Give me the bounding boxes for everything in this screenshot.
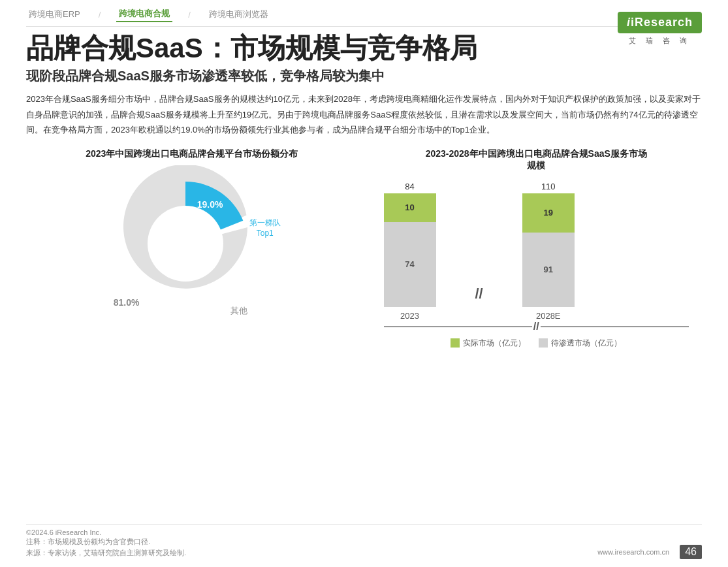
chart-left: 2023年中国跨境出口电商品牌合规平台市场份额分布 bbox=[26, 148, 358, 322]
logo-box: iiResearch bbox=[618, 12, 702, 33]
legend-row: 实际市场（亿元） 待渗透市场（亿元） bbox=[384, 338, 689, 349]
bar-stack-2028: 19 91 bbox=[522, 193, 575, 307]
legend-label-green: 实际市场（亿元） bbox=[463, 338, 526, 349]
nav-separator-1: / bbox=[99, 10, 101, 20]
chart-right-title: 2023-2028年中国跨境出口电商品牌合规SaaS服务市场 规模 bbox=[371, 148, 703, 172]
bars-row: 84 10 74 2023 bbox=[384, 177, 689, 321]
bar-total-2023: 84 bbox=[405, 182, 414, 191]
x-axis-right bbox=[541, 326, 689, 327]
legend-item-gray: 待渗透市场（亿元） bbox=[539, 338, 622, 349]
pie-label-19pct: 19.0% bbox=[197, 199, 223, 210]
footer-url: www.iresearch.com.cn bbox=[597, 548, 669, 556]
page-number: 46 bbox=[680, 545, 702, 559]
footer-note1: 注释：市场规模及份额均为含官费口径. bbox=[26, 536, 186, 548]
logo-sub: 艾 瑞 咨 询 bbox=[629, 36, 691, 46]
logo-text: iResearch bbox=[631, 16, 693, 29]
body-text: 2023年合规SaaS服务细分市场中，品牌合规SaaS服务的规模达约10亿元，未… bbox=[26, 91, 702, 137]
legend-label-gray: 待渗透市场（亿元） bbox=[551, 338, 622, 349]
pie-label-top1: 第一梯队 Top1 bbox=[249, 218, 281, 238]
bar-total-2028: 110 bbox=[541, 182, 556, 191]
pie-donut-hole bbox=[148, 206, 223, 282]
x-axis-container: // bbox=[384, 321, 689, 332]
top-nav: 跨境电商ERP / 跨境电商合规 / 跨境电商浏览器 bbox=[26, 0, 702, 27]
pie-label-other: 其他 bbox=[230, 305, 247, 317]
chart-right-title-line1: 2023-2028年中国跨境出口电商品牌合规SaaS服务市场 bbox=[371, 148, 703, 160]
bar-green-2023: 10 bbox=[384, 193, 436, 222]
bar-col-2023: 84 10 74 2023 bbox=[384, 182, 436, 321]
top1-line2: Top1 bbox=[249, 229, 281, 238]
bar-xlabel-2023: 2023 bbox=[400, 311, 419, 321]
top1-line1: 第一梯队 bbox=[249, 218, 281, 229]
axis-break-symbol: // bbox=[475, 285, 483, 302]
pie-label-81pct: 81.0% bbox=[114, 297, 140, 308]
pie-container: 19.0% 第一梯队 Top1 81.0% 其他 bbox=[101, 165, 283, 322]
bar-chart-area: 84 10 74 2023 bbox=[371, 177, 703, 349]
copyright-line: ©2024.6 iResearch Inc. bbox=[26, 528, 186, 536]
footer-right: www.iresearch.com.cn 46 bbox=[597, 545, 702, 559]
chart-left-title: 2023年中国跨境出口电商品牌合规平台市场份额分布 bbox=[26, 148, 358, 160]
charts-row: 2023年中国跨境出口电商品牌合规平台市场份额分布 bbox=[26, 148, 702, 349]
bar-stack-2023: 10 74 bbox=[384, 193, 436, 307]
legend-color-green bbox=[451, 338, 460, 348]
nav-separator-2: / bbox=[188, 10, 191, 20]
chart-right: 2023-2028年中国跨境出口电商品牌合规SaaS服务市场 规模 84 10 bbox=[371, 148, 703, 349]
main-title: 品牌合规SaaS：市场规模与竞争格局 bbox=[26, 32, 702, 65]
bar-gray-2028: 91 bbox=[522, 233, 575, 307]
nav-item-compliance[interactable]: 跨境电商合规 bbox=[116, 7, 172, 22]
x-axis-left bbox=[384, 326, 532, 327]
bar-col-2028: 110 19 91 2028E bbox=[522, 182, 575, 321]
bar-green-2028: 19 bbox=[522, 193, 575, 233]
footer-note2: 来源：专家访谈，艾瑞研究院自主测算研究及绘制. bbox=[26, 547, 186, 559]
bar-gray-2023: 74 bbox=[384, 222, 436, 307]
logo-area: iiResearch 艾 瑞 咨 询 bbox=[618, 12, 702, 46]
legend-item-green: 实际市场（亿元） bbox=[451, 338, 526, 349]
page-footer: ©2024.6 iResearch Inc. 注释：市场规模及份额均为含官费口径… bbox=[26, 524, 702, 559]
page-container: 跨境电商ERP / 跨境电商合规 / 跨境电商浏览器 iiResearch 艾 … bbox=[0, 0, 728, 567]
footer-notes: 注释：市场规模及份额均为含官费口径. 来源：专家访谈，艾瑞研究院自主测算研究及绘… bbox=[26, 536, 186, 559]
x-axis-break: // bbox=[532, 321, 541, 332]
bar-xlabel-2028: 2028E bbox=[536, 311, 561, 321]
sub-title: 现阶段品牌合规SaaS服务市场渗透率较低，竞争格局较为集中 bbox=[26, 67, 702, 85]
nav-item-erp[interactable]: 跨境电商ERP bbox=[26, 7, 83, 22]
nav-item-browser[interactable]: 跨境电商浏览器 bbox=[206, 7, 271, 22]
footer-left: ©2024.6 iResearch Inc. 注释：市场规模及份额均为含官费口径… bbox=[26, 528, 186, 559]
axis-break-col: // bbox=[475, 285, 483, 321]
chart-right-title-line2: 规模 bbox=[371, 160, 703, 172]
legend-color-gray bbox=[539, 338, 548, 348]
